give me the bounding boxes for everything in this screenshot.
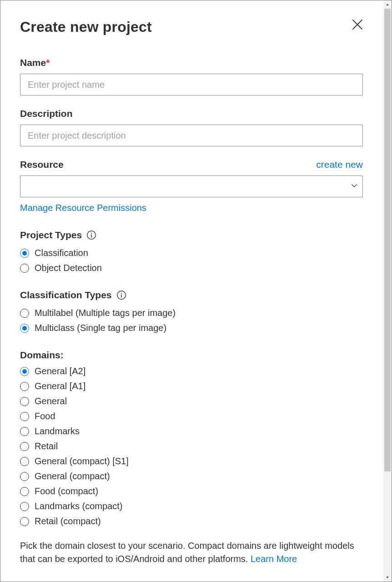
classification-types-label: Classification Types	[20, 290, 112, 301]
radio-label: Food (compact)	[35, 486, 98, 497]
radio-classification[interactable]: Classification	[20, 248, 365, 258]
radio-label: Object Detection	[35, 263, 102, 273]
create-new-resource-link[interactable]: create new	[316, 159, 363, 170]
name-input[interactable]	[20, 74, 363, 95]
radio-landmarks[interactable]: Landmarks	[20, 426, 365, 436]
learn-more-link[interactable]: Learn More	[251, 554, 297, 564]
radio-label: Retail	[35, 441, 58, 452]
radio-label: General [A2]	[35, 366, 85, 376]
radio-multilabel[interactable]: Multilabel (Multiple tags per image)	[20, 308, 365, 318]
domains-label: Domains:	[20, 350, 64, 361]
resource-select[interactable]	[20, 176, 363, 197]
radio-general-a2[interactable]: General [A2]	[20, 366, 365, 376]
radio-label: Multilabel (Multiple tags per image)	[35, 308, 176, 318]
radio-label: General [A1]	[35, 381, 85, 391]
radio-button-icon	[20, 502, 29, 511]
svg-point-4	[121, 293, 121, 294]
project-types-label: Project Types	[20, 230, 82, 241]
radio-object-detection[interactable]: Object Detection	[20, 263, 365, 273]
close-icon	[352, 19, 363, 30]
scrollbar-track[interactable]	[383, 9, 392, 573]
radio-label: Multiclass (Single tag per image)	[35, 323, 166, 333]
description-label: Description	[20, 108, 365, 119]
required-star: *	[46, 57, 50, 68]
radio-food-compact[interactable]: Food (compact)	[20, 486, 365, 497]
radio-button-icon	[20, 249, 29, 258]
info-icon[interactable]	[86, 230, 96, 240]
classification-types-radio-group: Multilabel (Multiple tags per image)Mult…	[20, 308, 365, 333]
radio-button-icon	[20, 517, 29, 526]
page-title: Create new project	[20, 19, 152, 35]
domains-hint: Pick the domain closest to your scenario…	[20, 539, 363, 566]
radio-food[interactable]: Food	[20, 411, 365, 421]
radio-multiclass[interactable]: Multiclass (Single tag per image)	[20, 323, 365, 333]
info-icon[interactable]	[116, 290, 126, 300]
radio-button-icon	[20, 382, 29, 391]
name-label: Name*	[20, 57, 365, 68]
scroll-up-button[interactable]	[383, 0, 392, 9]
manage-resource-permissions-link[interactable]: Manage Resource Permissions	[20, 203, 146, 213]
radio-button-icon	[20, 457, 29, 466]
radio-button-icon	[20, 487, 29, 496]
scrollbar-thumb[interactable]	[384, 9, 391, 472]
radio-label: General (compact) [S1]	[35, 456, 129, 467]
radio-button-icon	[20, 427, 29, 436]
radio-retail-compact[interactable]: Retail (compact)	[20, 516, 365, 527]
radio-button-icon	[20, 472, 29, 481]
svg-rect-2	[91, 235, 92, 238]
vertical-scrollbar[interactable]	[383, 0, 392, 582]
radio-label: Landmarks	[35, 426, 80, 436]
radio-general-compact[interactable]: General (compact)	[20, 471, 365, 482]
radio-button-icon	[20, 264, 29, 273]
radio-label: Retail (compact)	[35, 516, 101, 527]
radio-label: Classification	[35, 248, 88, 258]
radio-label: General	[35, 396, 67, 406]
radio-label: Landmarks (compact)	[35, 501, 122, 512]
radio-button-icon	[20, 397, 29, 406]
radio-button-icon	[20, 412, 29, 421]
close-button[interactable]	[350, 17, 365, 32]
radio-general[interactable]: General	[20, 396, 365, 406]
scroll-down-button[interactable]	[383, 573, 392, 582]
svg-rect-5	[121, 295, 122, 298]
project-types-radio-group: ClassificationObject Detection	[20, 248, 365, 273]
radio-general-compact-s1[interactable]: General (compact) [S1]	[20, 456, 365, 467]
radio-button-icon	[20, 309, 29, 318]
radio-retail[interactable]: Retail	[20, 441, 365, 452]
svg-point-1	[91, 233, 92, 234]
radio-label: General (compact)	[35, 471, 110, 482]
resource-label: Resource	[20, 159, 64, 170]
radio-button-icon	[20, 324, 29, 333]
description-input[interactable]	[20, 125, 363, 146]
radio-label: Food	[35, 411, 55, 421]
domains-radio-group: General [A2]General [A1]GeneralFoodLandm…	[20, 366, 365, 527]
radio-button-icon	[20, 442, 29, 451]
radio-general-a1[interactable]: General [A1]	[20, 381, 365, 391]
radio-landmarks-compact[interactable]: Landmarks (compact)	[20, 501, 365, 512]
radio-button-icon	[20, 367, 29, 376]
